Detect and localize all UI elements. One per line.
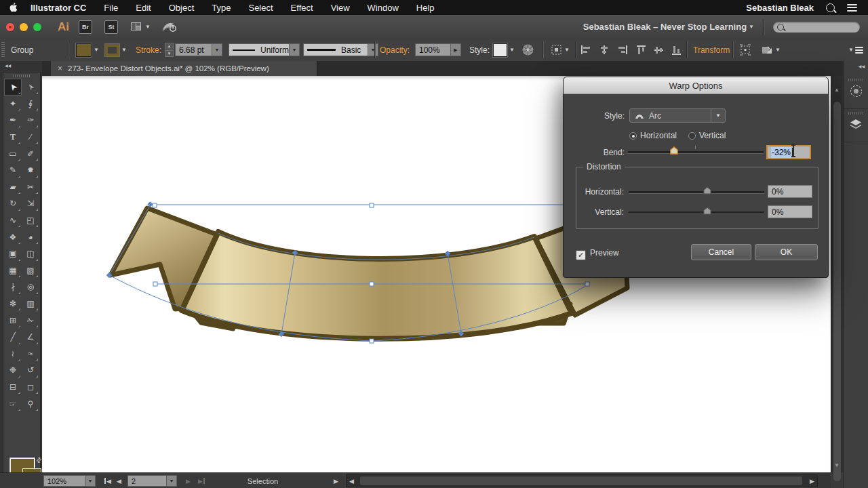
anchor-handle[interactable]	[153, 282, 157, 286]
panel-drag-handle[interactable]	[848, 112, 863, 115]
align-bottom-icon[interactable]	[671, 39, 682, 61]
collapse-panel-icon[interactable]: ◀◀	[5, 63, 11, 68]
vertical-slider-track[interactable]	[629, 211, 764, 214]
scroll-down-icon[interactable]: ▼	[834, 462, 840, 468]
shape-mode-icon[interactable]: ▼	[761, 39, 781, 61]
ribbon-center-band[interactable]	[182, 232, 572, 339]
vertical-radio[interactable]: Vertical	[688, 131, 726, 140]
chevron-down-icon[interactable]: ▼	[509, 47, 515, 53]
opacity-panel-link[interactable]: Opacity:	[380, 39, 410, 62]
gpu-performance-icon[interactable]	[161, 21, 178, 33]
tool-pencil[interactable]: ✎	[4, 162, 22, 179]
tool-scale[interactable]: ⇲	[22, 195, 39, 212]
stroke-weight-stepper[interactable]: ▲▼	[165, 43, 174, 57]
workspace-switcher[interactable]: Sebastian Bleak – Never Stop Learning ▼	[583, 22, 754, 32]
panel-grip[interactable]	[1, 42, 5, 58]
brush-dropdown-button[interactable]: ▼	[368, 43, 378, 56]
stroke-panel-link[interactable]: Stroke:	[136, 39, 161, 62]
chevron-down-icon[interactable]: ▼	[94, 47, 99, 53]
tool-shape-builder[interactable]: ❖	[4, 228, 22, 245]
tool-perspective-selection[interactable]: ◻	[22, 379, 39, 396]
anchor-handle[interactable]	[370, 203, 374, 207]
tool-selection[interactable]: ➤	[4, 79, 22, 96]
tool-lasso[interactable]: ∮	[22, 96, 39, 113]
horizontal-scroll-thumb[interactable]	[360, 476, 802, 485]
tool-hand[interactable]: ☞	[4, 395, 22, 412]
menu-user-label[interactable]: Sebastian Bleak	[746, 3, 814, 13]
anchor-handle[interactable]	[370, 339, 374, 343]
width-profile-dropdown-button[interactable]: ▼	[290, 43, 300, 56]
anchor-handle[interactable]	[370, 282, 374, 286]
vertical-value-field[interactable]: 0%	[768, 205, 812, 218]
stroke-weight-field[interactable]: 6.68 pt	[175, 43, 212, 56]
tool-warp[interactable]: ≀	[4, 346, 22, 363]
horizontal-scrollbar[interactable]: ◀ ▶	[346, 474, 818, 487]
next-artboard-button[interactable]: ▶	[186, 473, 191, 488]
fill-color-swatch[interactable]	[76, 43, 92, 57]
tool-artboard[interactable]: ⊞	[4, 312, 22, 329]
menu-item-file[interactable]: File	[95, 3, 127, 13]
control-panel-menu-icon[interactable]: ▼	[846, 39, 863, 61]
menu-item-type[interactable]: Type	[203, 3, 239, 13]
zoom-level-field[interactable]: 102%	[43, 475, 85, 487]
tool-direct-selection[interactable]: ➢	[22, 79, 39, 96]
anchor-point[interactable]	[148, 202, 153, 207]
horizontal-radio[interactable]: Horizontal	[629, 131, 677, 140]
tool-magic-wand[interactable]: ✦	[4, 96, 22, 113]
recolor-artwork-icon[interactable]	[521, 39, 534, 61]
preview-checkbox[interactable]: ✓Preview	[576, 248, 619, 260]
horizontal-value-field[interactable]: 0%	[768, 185, 812, 198]
layers-panel-button[interactable]	[844, 109, 868, 142]
tool-eraser[interactable]: ▰	[4, 179, 22, 196]
ok-button[interactable]: OK	[755, 244, 818, 260]
zoom-dropdown-button[interactable]: ▼	[85, 475, 96, 487]
vertical-scrollbar[interactable]: ▲ ▼	[831, 76, 843, 472]
window-minimize-button[interactable]	[20, 23, 28, 31]
menu-item-effect[interactable]: Effect	[282, 3, 322, 13]
tool-slice[interactable]: ✁	[22, 312, 39, 329]
ribbon-banner[interactable]	[111, 208, 627, 339]
tool-rotate-view[interactable]: ↺	[22, 362, 39, 379]
warp-style-dropdown[interactable]: Arc ▼	[629, 108, 726, 123]
menu-item-window[interactable]: Window	[359, 3, 408, 13]
menu-item-help[interactable]: Help	[408, 3, 443, 13]
magic-wand-panel-button[interactable]	[844, 76, 868, 109]
tool-rectangle[interactable]: ▭	[4, 145, 22, 162]
tool-type[interactable]: T	[4, 129, 22, 146]
align-right-icon[interactable]	[617, 39, 628, 61]
bridge-icon[interactable]: Br	[79, 20, 92, 34]
tool-blend[interactable]: ◎	[22, 279, 39, 296]
tool-live-paint-selection[interactable]: ▣	[4, 245, 22, 262]
tool-mesh[interactable]: ▦	[4, 262, 22, 279]
graphic-style-swatch[interactable]	[493, 43, 507, 57]
spotlight-search-icon[interactable]	[826, 3, 835, 12]
align-vertical-center-icon[interactable]	[654, 39, 664, 61]
select-similar-icon[interactable]: ▼	[551, 39, 570, 61]
window-close-button[interactable]	[6, 23, 14, 31]
tool-scissors[interactable]: ✂	[22, 179, 39, 196]
align-top-icon[interactable]	[636, 39, 646, 61]
tool-print-tiling[interactable]: ⊟	[4, 379, 22, 396]
panel-drag-handle[interactable]	[3, 73, 40, 79]
previous-artboard-button[interactable]: ◀	[117, 473, 121, 488]
tool-pen[interactable]: ✒	[4, 112, 22, 129]
dialog-title[interactable]: Warp Options	[564, 77, 828, 94]
tool-paintbrush[interactable]: ✐	[22, 145, 39, 162]
chevron-down-icon[interactable]: ▼	[121, 47, 127, 53]
isolate-object-icon[interactable]	[739, 39, 751, 61]
tool-symbol-sprayer[interactable]: ✻	[4, 296, 22, 312]
menu-item-view[interactable]: View	[322, 3, 359, 13]
tool-wrinkle[interactable]: ≈	[22, 346, 39, 363]
expand-panels-icon[interactable]: ◀◀	[859, 64, 865, 68]
status-indicator[interactable]: Selection	[203, 473, 322, 488]
anchor-handle[interactable]	[585, 282, 589, 286]
tool-eyedropper[interactable]: ∤	[4, 279, 22, 296]
vertical-slider-handle[interactable]	[703, 207, 711, 215]
menu-item-select[interactable]: Select	[239, 3, 281, 13]
tool-free-transform[interactable]: ◰	[22, 212, 39, 229]
first-artboard-button[interactable]: ◀	[104, 478, 111, 484]
tool-live-paint-bucket[interactable]: ◕	[22, 228, 39, 245]
app-search-input[interactable]	[773, 22, 860, 33]
tool-knife[interactable]: ╱	[4, 329, 22, 346]
opacity-dropdown-button[interactable]: ▶	[451, 43, 461, 56]
